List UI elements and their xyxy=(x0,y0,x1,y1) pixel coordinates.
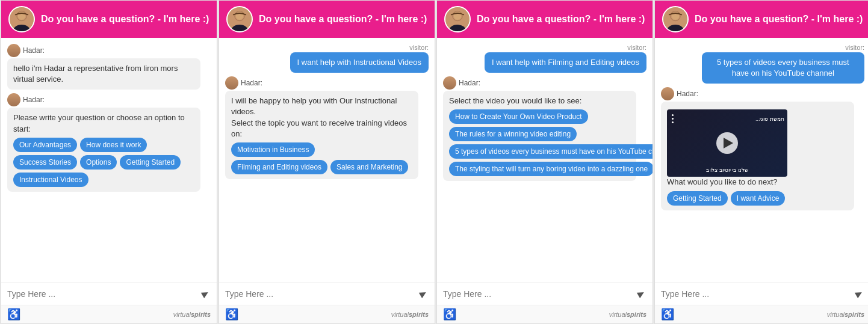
btn-styling[interactable]: The styling that will turn any boring vi… xyxy=(449,162,653,176)
video-bottom-text: שלנו בי יוטיוב צלו ב xyxy=(667,167,787,174)
btn-options[interactable]: Options xyxy=(80,155,117,170)
chat-input-1[interactable] xyxy=(7,289,200,299)
chat-header-text-4: Do you have a question? - I'm here :) xyxy=(695,14,863,25)
avatar-2 xyxy=(226,6,253,32)
btn-getting-started[interactable]: Getting Started xyxy=(120,155,181,170)
agent-avatar-2 xyxy=(7,93,20,106)
visitor-msg-4: visitor: 5 types of videos every busines… xyxy=(661,44,864,84)
video-overlay-text: חמשת סוגי... xyxy=(755,115,784,123)
agent-message-4: Hadar: Select the video you would like t… xyxy=(443,76,646,181)
visitor-msg-2: visitor: I want help with Instructional … xyxy=(225,44,429,73)
btn-instructional-videos[interactable]: Instructional Videos xyxy=(13,173,88,187)
chat-footer-3: ♿ virtualspirits xyxy=(437,305,653,323)
agent-bubble-3: I will be happy to help you with Our Ins… xyxy=(225,91,418,179)
agent-bubble: hello i'm Hadar a representative from li… xyxy=(7,58,200,90)
chat-input-area-4: ► xyxy=(655,282,868,305)
send-icon-1[interactable]: ► xyxy=(197,286,213,302)
chat-messages-4: visitor: 5 types of videos every busines… xyxy=(655,38,868,282)
send-icon-3[interactable]: ► xyxy=(633,286,649,302)
chat-messages-3: visitor: I want help with Filming and Ed… xyxy=(437,38,653,282)
accessibility-icon-3: ♿ xyxy=(443,308,456,321)
agent-avatar-3 xyxy=(225,76,238,90)
brand-2: virtualspirits xyxy=(391,311,429,318)
chat-header-text-1: Do you have a question? - I'm here :) xyxy=(41,14,209,25)
video-menu-dots xyxy=(672,114,674,123)
chat-header-2: Do you have a question? - I'm here :) xyxy=(219,1,435,38)
btn-want-advice[interactable]: I want Advice xyxy=(731,191,786,206)
btn-filming[interactable]: Filming and Editing videos xyxy=(231,160,327,174)
chat-input-4[interactable] xyxy=(661,289,854,299)
btn-create-video-product[interactable]: How to Create Your Own Video Product xyxy=(449,109,588,124)
chat-widget-3: Do you have a question? - I'm here :) vi… xyxy=(436,0,653,324)
visitor-msg-3: visitor: I want help with Filming and Ed… xyxy=(443,44,646,73)
option-buttons-3: How to Create Your Own Video Product The… xyxy=(449,109,630,176)
btn-sales-marketing[interactable]: Sales and Marketing xyxy=(330,160,408,174)
agent-message-1: Hadar: hello i'm Hadar a representative … xyxy=(7,44,211,90)
accessibility-icon-1: ♿ xyxy=(7,308,20,321)
brand-4: virtualspirits xyxy=(827,311,864,318)
brand-1: virtualspirits xyxy=(173,311,211,318)
agent-message-5: Hadar: חמשת סוגי... שלנו בי יוטיוב צלו ב… xyxy=(661,87,864,210)
chat-input-area-1: ► xyxy=(1,282,217,305)
visitor-bubble-4: 5 types of videos every business must ha… xyxy=(702,52,864,84)
btn-our-advantages[interactable]: Our Advantages xyxy=(13,138,77,152)
btn-getting-started-4[interactable]: Getting Started xyxy=(667,191,728,206)
agent-avatar-5 xyxy=(661,87,674,100)
chat-header-3: Do you have a question? - I'm here :) xyxy=(437,1,653,38)
btn-motivation[interactable]: Motivation in Business xyxy=(231,142,315,157)
agent-message-3: Hadar: I will be happy to help you with … xyxy=(225,76,429,179)
chat-header-1: Do you have a question? - I'm here :) xyxy=(1,1,217,38)
btn-success-stories[interactable]: Success Stories xyxy=(13,155,77,170)
agent-message-2: Hadar: Please write your question or cho… xyxy=(7,93,211,191)
accessibility-icon-4: ♿ xyxy=(661,308,674,321)
avatar-1 xyxy=(8,6,35,32)
send-icon-4[interactable]: ► xyxy=(851,286,867,302)
chat-header-4: Do you have a question? - I'm here :) xyxy=(655,1,868,38)
chat-footer-1: ♿ virtualspirits xyxy=(1,305,217,323)
avatar-3 xyxy=(444,6,471,32)
chat-header-text-2: Do you have a question? - I'm here :) xyxy=(259,14,427,25)
chat-footer-4: ♿ virtualspirits xyxy=(655,305,868,323)
avatar-4 xyxy=(662,6,689,32)
chat-widget-2: Do you have a question? - I'm here :) vi… xyxy=(219,0,435,324)
brand-3: virtualspirits xyxy=(609,311,646,318)
chat-widget-1: Do you have a question? - I'm here :) Ha… xyxy=(1,0,217,324)
chat-input-2[interactable] xyxy=(225,289,418,299)
visitor-bubble-2: I want help with Instructional Videos xyxy=(290,52,429,73)
btn-how-it-works[interactable]: How does it work xyxy=(80,138,147,152)
chat-widget-4: Do you have a question? - I'm here :) vi… xyxy=(654,0,868,324)
agent-bubble-2: Please write your question or choose an … xyxy=(7,108,200,191)
btn-winning-editing[interactable]: The rules for a winning video editing xyxy=(449,127,577,141)
chat-input-area-3: ► xyxy=(437,282,653,305)
chat-input-area-2: ► xyxy=(219,282,435,305)
agent-avatar-4 xyxy=(443,76,456,90)
video-thumbnail[interactable]: חמשת סוגי... שלנו בי יוטיוב צלו ב xyxy=(667,109,787,177)
option-buttons-4: Getting Started I want Advice xyxy=(667,191,848,206)
agent-avatar xyxy=(7,44,20,57)
chat-input-3[interactable] xyxy=(443,289,636,299)
video-play-button[interactable] xyxy=(716,132,738,154)
agent-bubble-5: חמשת סוגי... שלנו בי יוטיוב צלו ב What w… xyxy=(661,102,854,210)
chat-header-text-3: Do you have a question? - I'm here :) xyxy=(477,14,645,25)
accessibility-icon-2: ♿ xyxy=(225,308,238,321)
chat-messages-1: Hadar: hello i'm Hadar a representative … xyxy=(1,38,217,282)
btn-5-types[interactable]: 5 types of videos every business must ha… xyxy=(449,144,653,159)
visitor-bubble-3: I want help with Filming and Editing vid… xyxy=(485,52,646,73)
agent-bubble-4: Select the video you would like to see: … xyxy=(443,91,636,181)
chat-footer-2: ♿ virtualspirits xyxy=(219,305,435,323)
chat-messages-2: visitor: I want help with Instructional … xyxy=(219,38,435,282)
send-icon-2[interactable]: ► xyxy=(415,286,431,302)
option-buttons-1: Our Advantages How does it work Success … xyxy=(13,138,194,187)
option-buttons-2: Motivation in Business Filming and Editi… xyxy=(231,142,412,174)
